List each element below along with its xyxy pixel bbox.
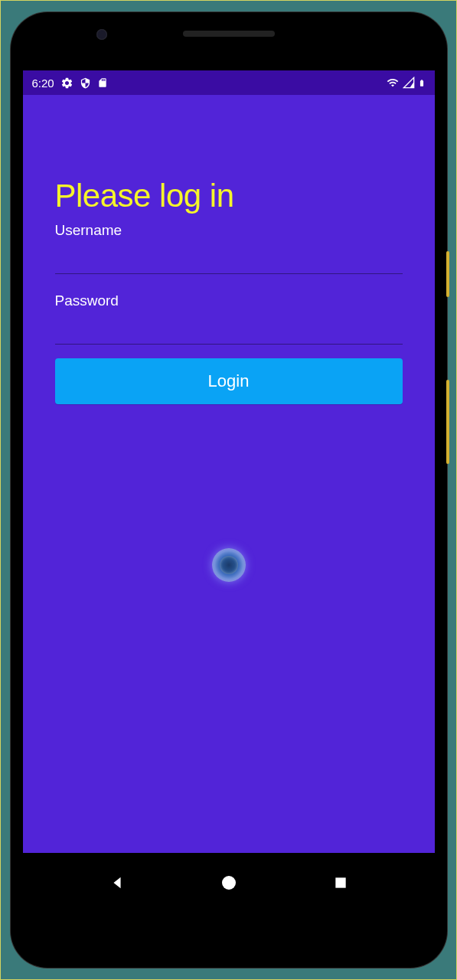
navigation-bar: [23, 853, 435, 913]
battery-icon: [418, 77, 426, 90]
password-input[interactable]: [55, 311, 403, 345]
app-content: Please log in Username Password Login: [23, 95, 435, 853]
nav-home-button[interactable]: [214, 867, 244, 898]
phone-volume-button: [446, 380, 449, 464]
status-bar-left: 6:20: [32, 77, 108, 90]
phone-power-button: [446, 251, 449, 297]
svg-rect-1: [335, 877, 345, 887]
username-input[interactable]: [55, 240, 403, 274]
status-time: 6:20: [32, 77, 54, 90]
settings-icon: [60, 77, 73, 90]
username-label: Username: [55, 222, 403, 239]
signal-icon: [403, 77, 415, 89]
page-title: Please log in: [55, 178, 403, 214]
bottom-chin: [23, 913, 435, 956]
nav-recent-button[interactable]: [325, 867, 356, 898]
phone-screen-container: 6:20: [23, 24, 435, 956]
status-bar: 6:20: [23, 70, 435, 95]
status-bar-right: [386, 77, 426, 90]
phone-camera: [96, 29, 107, 40]
svg-point-0: [222, 876, 236, 890]
shield-icon: [80, 77, 91, 89]
screen: 6:20: [23, 70, 435, 956]
phone-frame: 6:20: [11, 12, 447, 968]
sd-card-icon: [97, 77, 108, 89]
phone-speaker: [183, 31, 275, 37]
nav-back-button[interactable]: [102, 867, 132, 898]
login-button[interactable]: Login: [55, 358, 403, 404]
voice-assistant-orb[interactable]: [212, 548, 246, 582]
password-label: Password: [55, 292, 403, 309]
wifi-icon: [386, 77, 400, 89]
